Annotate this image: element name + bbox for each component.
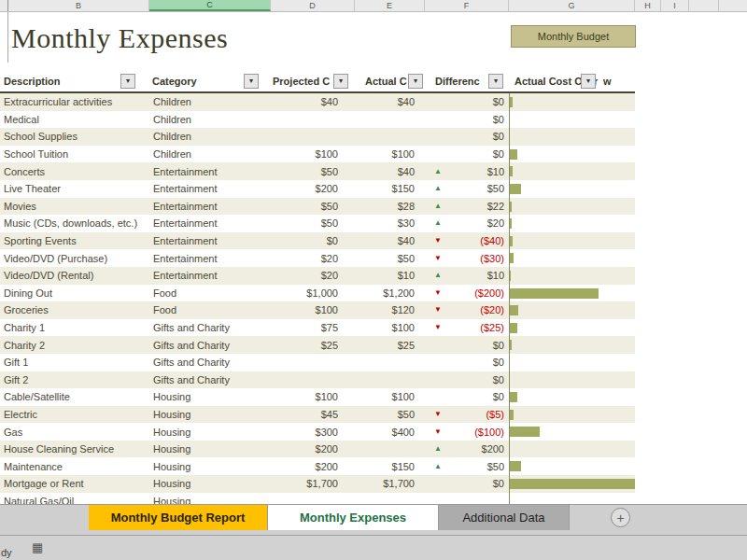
cell-actual[interactable]: $120 bbox=[347, 301, 422, 319]
table-row[interactable]: Gift 2 Gifts and Charity $0 bbox=[0, 371, 635, 389]
cell-cost-bar[interactable] bbox=[509, 319, 635, 337]
cell-category[interactable]: Gifts and Charity bbox=[149, 319, 271, 337]
cell-cost-bar[interactable] bbox=[509, 441, 635, 458]
cell-projected[interactable] bbox=[271, 371, 347, 389]
cell-description[interactable]: Natural Gas/Oil bbox=[0, 493, 149, 504]
cell-cost-bar[interactable] bbox=[509, 423, 635, 441]
cell-projected[interactable]: $100 bbox=[271, 301, 347, 319]
cell-projected[interactable]: $100 bbox=[271, 146, 347, 163]
table-row[interactable]: Gift 1 Gifts and Charity $0 bbox=[0, 354, 635, 371]
cell-difference[interactable]: ▲ $50 bbox=[422, 457, 509, 475]
cell-cost-bar[interactable] bbox=[509, 301, 635, 319]
cell-difference[interactable]: ▼ ($25) bbox=[422, 319, 509, 337]
cell-description[interactable]: Live Theater bbox=[0, 180, 149, 198]
cell-description[interactable]: House Cleaning Service bbox=[0, 441, 149, 458]
cell-cost-bar[interactable] bbox=[509, 457, 635, 475]
cell-actual[interactable]: $400 bbox=[347, 423, 422, 441]
cell-projected[interactable]: $50 bbox=[271, 162, 347, 180]
table-row[interactable]: Charity 2 Gifts and Charity $25 $25 $0 bbox=[0, 336, 635, 354]
cell-difference[interactable]: $0 bbox=[422, 336, 509, 354]
table-row[interactable]: Medical Children $0 bbox=[0, 111, 635, 129]
cell-actual[interactable]: $50 bbox=[347, 249, 422, 267]
cell-cost-bar[interactable] bbox=[509, 128, 635, 146]
cell-cost-bar[interactable] bbox=[509, 371, 635, 389]
monthly-budget-button[interactable]: Monthly Budget bbox=[511, 25, 636, 48]
cell-difference[interactable]: ▼ ($40) bbox=[422, 232, 509, 250]
cell-category[interactable]: Food bbox=[149, 301, 271, 319]
cell-category[interactable]: Food bbox=[149, 285, 271, 302]
cell-category[interactable]: Entertainment bbox=[149, 215, 271, 232]
cell-category[interactable]: Gifts and Charity bbox=[149, 371, 271, 389]
column-header-B[interactable]: B bbox=[8, 0, 149, 11]
table-row[interactable]: School Supplies Children $0 bbox=[0, 128, 635, 146]
cell-description[interactable]: Medical bbox=[0, 111, 149, 129]
tab-monthly-expenses[interactable]: Monthly Expenses bbox=[268, 505, 439, 530]
filter-button-actual-cost-over[interactable] bbox=[581, 74, 596, 89]
cell-projected[interactable]: $100 bbox=[271, 388, 347, 406]
cell-projected[interactable]: $20 bbox=[271, 267, 347, 285]
cell-cost-bar[interactable] bbox=[509, 354, 635, 371]
cell-difference[interactable]: ▲ $200 bbox=[422, 441, 509, 458]
filter-button-projected-cost[interactable] bbox=[333, 74, 348, 89]
column-header-blank-2[interactable] bbox=[719, 0, 747, 11]
cell-actual[interactable]: $50 bbox=[347, 406, 422, 424]
cell-actual[interactable]: $40 bbox=[347, 162, 422, 180]
cell-actual[interactable]: $150 bbox=[347, 457, 422, 475]
cell-difference[interactable]: ▲ $10 bbox=[422, 267, 509, 285]
cell-actual[interactable]: $28 bbox=[347, 198, 422, 216]
cell-description[interactable]: Charity 2 bbox=[0, 336, 149, 354]
cell-projected[interactable]: $200 bbox=[271, 457, 347, 475]
column-header-D[interactable]: D bbox=[271, 0, 355, 11]
cell-description[interactable]: Movies bbox=[0, 198, 149, 216]
table-row[interactable]: Concerts Entertainment $50 $40 ▲ $10 bbox=[0, 162, 635, 180]
table-row[interactable]: Music (CDs, downloads, etc.) Entertainme… bbox=[0, 215, 635, 232]
cell-projected[interactable]: $300 bbox=[271, 423, 347, 441]
column-header-E[interactable]: E bbox=[355, 0, 425, 11]
cell-projected[interactable]: $25 bbox=[271, 336, 347, 354]
table-row[interactable]: Dining Out Food $1,000 $1,200 ▼ ($200) bbox=[0, 285, 635, 302]
table-row[interactable]: Maintenance Housing $200 $150 ▲ $50 bbox=[0, 457, 635, 475]
cell-projected[interactable]: $0 bbox=[271, 232, 347, 250]
table-row[interactable]: Extracurricular activities Children $40 … bbox=[0, 93, 635, 111]
cell-actual[interactable] bbox=[347, 354, 422, 371]
cell-cost-bar[interactable] bbox=[509, 232, 635, 250]
cell-difference[interactable]: $0 bbox=[422, 93, 509, 111]
column-header-blank-1[interactable] bbox=[689, 0, 719, 11]
cell-projected[interactable] bbox=[271, 111, 347, 129]
cell-cost-bar[interactable] bbox=[509, 111, 635, 129]
cell-projected[interactable]: $45 bbox=[271, 406, 347, 424]
cell-category[interactable]: Children bbox=[149, 111, 271, 129]
cell-cost-bar[interactable] bbox=[509, 215, 635, 232]
cell-category[interactable]: Housing bbox=[149, 388, 271, 406]
cell-actual[interactable]: $100 bbox=[347, 319, 422, 337]
cell-projected[interactable]: $1,000 bbox=[271, 285, 347, 302]
table-row[interactable]: Video/DVD (Purchase) Entertainment $20 $… bbox=[0, 249, 635, 267]
table-row[interactable]: Cable/Satellite Housing $100 $100 $0 bbox=[0, 388, 635, 406]
cell-description[interactable]: Video/DVD (Rental) bbox=[0, 267, 149, 285]
cell-description[interactable]: Mortgage or Rent bbox=[0, 475, 149, 493]
cell-description[interactable]: School Supplies bbox=[0, 128, 149, 146]
cell-difference[interactable]: ▲ $20 bbox=[422, 215, 509, 232]
cell-description[interactable]: Cable/Satellite bbox=[0, 388, 149, 406]
cell-actual[interactable] bbox=[347, 371, 422, 389]
table-row[interactable]: Movies Entertainment $50 $28 ▲ $22 bbox=[0, 198, 635, 216]
cell-difference[interactable]: $0 bbox=[422, 354, 509, 371]
cell-projected[interactable]: $1,700 bbox=[271, 475, 347, 493]
cell-description[interactable]: Extracurricular activities bbox=[0, 93, 149, 111]
cell-actual[interactable] bbox=[347, 493, 422, 504]
cell-difference[interactable] bbox=[422, 493, 509, 504]
cell-actual[interactable]: $100 bbox=[347, 146, 422, 163]
cell-difference[interactable]: $0 bbox=[422, 475, 509, 493]
column-header-I[interactable]: I bbox=[661, 0, 689, 11]
cell-cost-bar[interactable] bbox=[509, 180, 635, 198]
cell-projected[interactable]: $40 bbox=[271, 93, 347, 111]
cell-difference[interactable]: ▼ ($30) bbox=[422, 249, 509, 267]
cell-cost-bar[interactable] bbox=[509, 336, 635, 354]
cell-category[interactable]: Children bbox=[149, 93, 271, 111]
cell-cost-bar[interactable] bbox=[509, 93, 635, 111]
sheet-grid-icon[interactable]: ▦ bbox=[32, 541, 43, 553]
column-header-sliver[interactable] bbox=[0, 0, 8, 11]
cell-category[interactable]: Children bbox=[149, 128, 271, 146]
tab-monthly-budget-report[interactable]: Monthly Budget Report bbox=[89, 505, 268, 530]
cell-category[interactable]: Gifts and Charity bbox=[149, 336, 271, 354]
